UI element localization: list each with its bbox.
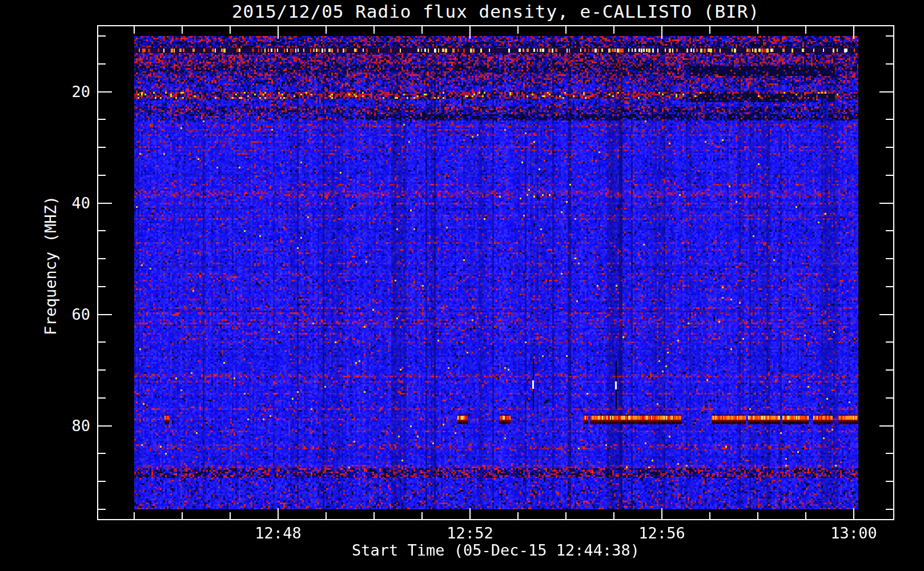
- x-axis-minor-tick: [517, 26, 519, 34]
- y-tick-label: 80: [40, 417, 90, 435]
- x-axis-minor-tick: [134, 512, 135, 519]
- y-axis-major-tick: [879, 91, 893, 93]
- x-axis-minor-tick: [613, 512, 614, 519]
- x-axis-minor-tick: [805, 26, 806, 34]
- x-axis-major-tick: [278, 26, 279, 39]
- x-axis-label: Start Time (05-Dec-15 12:44:38): [97, 542, 894, 559]
- y-axis-minor-tick: [98, 286, 106, 287]
- x-axis-minor-tick: [421, 26, 423, 34]
- y-axis-major-tick: [98, 91, 112, 93]
- x-axis-minor-tick: [230, 512, 231, 519]
- y-axis-minor-tick: [98, 481, 106, 482]
- x-axis-minor-tick: [182, 512, 183, 519]
- x-axis-minor-tick: [326, 26, 327, 34]
- x-axis-minor-tick: [421, 512, 423, 519]
- y-axis-minor-tick: [98, 397, 106, 399]
- y-axis-minor-tick: [98, 230, 106, 231]
- y-axis-minor-tick: [886, 397, 893, 399]
- y-axis-minor-tick: [886, 341, 893, 343]
- x-axis-minor-tick: [613, 26, 614, 34]
- x-axis-minor-tick: [517, 512, 519, 519]
- y-axis-minor-tick: [98, 175, 106, 176]
- x-axis-major-tick: [278, 508, 279, 519]
- x-tick-label: 12:52: [430, 524, 510, 542]
- y-axis-minor-tick: [886, 230, 893, 231]
- x-axis-minor-tick: [230, 26, 231, 34]
- y-axis-minor-tick: [886, 453, 893, 454]
- y-axis-minor-tick: [98, 147, 106, 148]
- x-tick-label: 12:48: [238, 524, 318, 542]
- x-axis-minor-tick: [709, 512, 710, 519]
- y-axis-major-tick: [98, 203, 112, 204]
- spectrogram-window: 2015/12/05 Radio flux density, e-CALLIST…: [0, 0, 924, 571]
- y-axis-minor-tick: [98, 341, 106, 343]
- x-axis-minor-tick: [709, 26, 710, 34]
- y-axis-minor-tick: [886, 481, 893, 482]
- spectrogram-image: [134, 36, 858, 509]
- y-axis-minor-tick: [98, 258, 106, 259]
- x-axis-minor-tick: [134, 26, 135, 34]
- y-axis-major-tick: [879, 425, 893, 427]
- plot-title: 2015/12/05 Radio flux density, e-CALLIST…: [97, 1, 894, 22]
- y-axis-major-tick: [98, 425, 112, 427]
- x-axis-major-tick: [853, 508, 854, 519]
- y-axis-minor-tick: [98, 35, 106, 37]
- y-axis-minor-tick: [98, 453, 106, 454]
- x-axis-major-tick: [661, 26, 662, 39]
- y-axis-minor-tick: [886, 35, 893, 37]
- x-axis-minor-tick: [805, 512, 806, 519]
- y-axis-minor-tick: [98, 369, 106, 371]
- y-axis-minor-tick: [98, 63, 106, 65]
- x-axis-minor-tick: [373, 512, 375, 519]
- x-axis-minor-tick: [565, 512, 567, 519]
- y-axis-minor-tick: [886, 258, 893, 259]
- y-axis-minor-tick: [886, 509, 893, 510]
- y-axis-label: Frequency (MHZ): [42, 196, 59, 335]
- y-tick-label: 20: [40, 83, 90, 101]
- x-axis-minor-tick: [182, 26, 183, 34]
- y-axis-major-tick: [879, 314, 893, 315]
- x-axis-minor-tick: [757, 26, 758, 34]
- y-axis-minor-tick: [98, 509, 106, 510]
- x-axis-major-tick: [469, 26, 471, 39]
- x-tick-label: 13:00: [814, 524, 894, 542]
- y-axis-minor-tick: [886, 175, 893, 176]
- x-tick-label: 12:56: [622, 524, 702, 542]
- y-axis-minor-tick: [886, 369, 893, 371]
- y-axis-minor-tick: [98, 119, 106, 120]
- x-axis-major-tick: [469, 508, 471, 519]
- x-axis-minor-tick: [326, 512, 327, 519]
- y-axis-major-tick: [879, 203, 893, 204]
- x-axis-minor-tick: [373, 26, 375, 34]
- y-axis-minor-tick: [886, 286, 893, 287]
- y-axis-minor-tick: [886, 119, 893, 120]
- y-axis-major-tick: [98, 314, 112, 315]
- x-axis-major-tick: [853, 26, 854, 39]
- y-axis-minor-tick: [886, 147, 893, 148]
- x-axis-minor-tick: [757, 512, 758, 519]
- y-axis-minor-tick: [886, 63, 893, 65]
- x-axis-minor-tick: [565, 26, 567, 34]
- x-axis-major-tick: [661, 508, 662, 519]
